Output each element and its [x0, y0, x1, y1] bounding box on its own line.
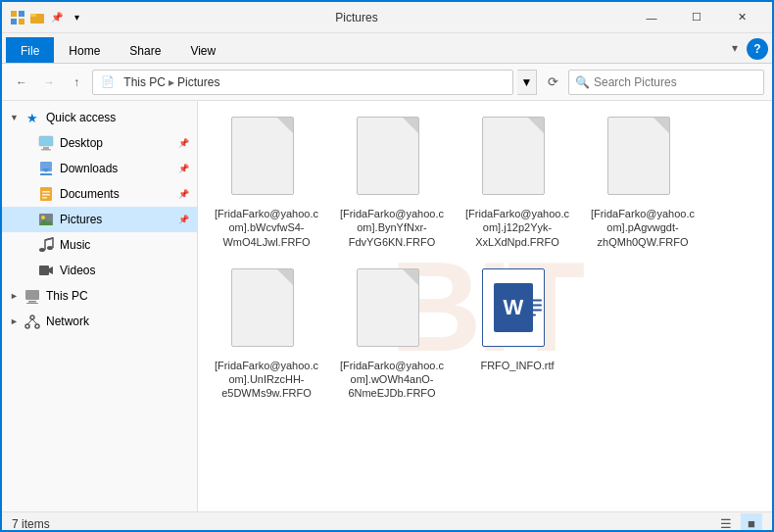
ribbon-tab-list: File Home Share View ▾ ?	[2, 33, 772, 63]
file-item-2[interactable]: [FridaFarko@yahoo.com].BynYfNxr-FdvYG6KN…	[333, 111, 451, 255]
sidebar-item-music[interactable]: Music	[2, 232, 197, 258]
path-pictures: Pictures	[177, 75, 219, 89]
pictures-label: Pictures	[60, 213, 175, 226]
file-name-4: [FridaFarko@yahoo.com].pAgvwgdt-zhQMh0QW…	[590, 207, 696, 249]
path-segment-pc: 📄	[101, 75, 115, 88]
downloads-pin: 📌	[178, 164, 189, 173]
tab-view[interactable]: View	[175, 37, 230, 63]
tab-home[interactable]: Home	[54, 37, 115, 63]
svg-rect-8	[41, 149, 51, 151]
word-lines	[526, 299, 542, 315]
music-icon	[37, 236, 55, 254]
ribbon-expand-btn[interactable]: ▾	[723, 36, 747, 60]
ribbon: File Home Share View ▾ ?	[2, 33, 772, 64]
svg-rect-14	[42, 194, 50, 196]
svg-line-31	[32, 319, 37, 324]
sidebar-item-documents[interactable]: Documents 📌	[2, 181, 197, 207]
title-bar-app-icons: 📌 ▾	[10, 10, 84, 25]
videos-label: Videos	[60, 264, 189, 277]
search-input[interactable]	[594, 75, 757, 89]
file-name-5: [FridaFarko@yahoo.com].UnIRzcHH-e5DWMs9w…	[214, 359, 319, 401]
network-label: Network	[46, 314, 189, 328]
item-count: 7 items	[12, 517, 50, 531]
sidebar-item-this-pc[interactable]: ► This PC	[2, 283, 197, 309]
maximize-button[interactable]: ☐	[674, 2, 719, 33]
svg-point-29	[35, 324, 39, 328]
file-icon-5	[231, 268, 302, 355]
file-item-4[interactable]: [FridaFarko@yahoo.com].pAgvwgdt-zhQMh0QW…	[584, 111, 701, 255]
grid-view-button[interactable]: ■	[741, 513, 762, 533]
sidebar-item-videos[interactable]: Videos	[2, 258, 197, 283]
pictures-icon	[37, 211, 55, 228]
file-icon-3	[482, 117, 553, 203]
main-layout: ▼ ★ Quick access Desktop 📌	[2, 101, 772, 511]
svg-point-17	[41, 216, 45, 219]
music-label: Music	[60, 238, 189, 252]
desktop-icon	[37, 134, 55, 152]
svg-rect-6	[39, 136, 53, 146]
tab-file[interactable]: File	[6, 37, 54, 63]
svg-point-19	[39, 248, 45, 252]
file-item-7[interactable]: W FRFO_INFO.rtf	[459, 263, 576, 407]
downloads-icon	[37, 160, 55, 177]
content-area: BIT [FridaFarko@yahoo.com].bWcvfwS4-WmO4…	[198, 101, 772, 511]
this-pc-icon	[24, 287, 41, 305]
file-item-6[interactable]: [FridaFarko@yahoo.com].wOWh4anO-6NmeEJDb…	[333, 263, 451, 407]
refresh-button[interactable]: ⟳	[541, 71, 564, 94]
sidebar-item-desktop[interactable]: Desktop 📌	[2, 130, 197, 156]
back-button[interactable]: ←	[10, 71, 33, 94]
window-title: Pictures	[84, 11, 629, 24]
file-grid: [FridaFarko@yahoo.com].bWcvfwS4-WmO4LJwl…	[198, 101, 772, 416]
title-bar: 📌 ▾ Pictures — ☐ ✕	[2, 2, 772, 33]
up-button[interactable]: ↑	[65, 71, 88, 94]
minimize-button[interactable]: —	[629, 2, 674, 33]
status-bar: 7 items ☰ ■	[2, 511, 772, 532]
documents-icon	[37, 185, 55, 203]
file-name-6: [FridaFarko@yahoo.com].wOWh4anO-6NmeEJDb…	[339, 359, 445, 401]
file-item-1[interactable]: [FridaFarko@yahoo.com].bWcvfwS4-WmO4LJwl…	[208, 111, 325, 255]
documents-label: Documents	[60, 187, 175, 201]
svg-point-27	[30, 315, 34, 319]
sidebar-quick-access[interactable]: ▼ ★ Quick access	[2, 105, 197, 130]
file-item-3[interactable]: [FridaFarko@yahoo.com].j12p2Yyk-XxLXdNpd…	[459, 111, 576, 255]
sidebar-item-downloads[interactable]: Downloads 📌	[2, 156, 197, 181]
file-icon-2	[357, 117, 427, 203]
documents-pin: 📌	[178, 189, 189, 199]
svg-marker-23	[49, 266, 53, 274]
expand-arrow-quick-access: ▼	[10, 113, 20, 122]
svg-rect-22	[39, 266, 49, 275]
window-controls: — ☐ ✕	[629, 2, 764, 33]
svg-rect-15	[42, 197, 47, 199]
address-bar: ← → ↑ 📄 This PC ▸ Pictures ▼ ⟳ 🔍	[2, 64, 772, 101]
svg-rect-11	[40, 173, 52, 175]
file-icon-4	[607, 117, 678, 203]
dropdown-icon[interactable]: ▾	[69, 10, 84, 25]
help-btn[interactable]: ?	[747, 38, 768, 60]
sidebar-item-network[interactable]: ► Network	[2, 309, 197, 334]
svg-point-28	[25, 324, 29, 328]
svg-rect-7	[43, 147, 49, 149]
sidebar-item-pictures[interactable]: Pictures 📌	[2, 207, 197, 232]
file-icon-7: W	[482, 268, 553, 355]
list-view-button[interactable]: ☰	[715, 513, 737, 533]
expand-arrow-this-pc: ►	[10, 291, 20, 301]
videos-icon	[37, 262, 55, 279]
svg-rect-5	[30, 14, 36, 17]
file-name-3: [FridaFarko@yahoo.com].j12p2Yyk-XxLXdNpd…	[464, 207, 570, 249]
pin-icon: 📌	[49, 10, 65, 25]
close-button[interactable]: ✕	[719, 2, 764, 33]
svg-line-21	[45, 238, 53, 240]
address-path[interactable]: 📄 This PC ▸ Pictures	[92, 70, 513, 95]
file-icon-1	[231, 117, 302, 203]
search-box: 🔍	[568, 70, 764, 95]
status-bar-view-controls: ☰ ■	[715, 513, 762, 533]
tab-share[interactable]: Share	[115, 37, 175, 63]
this-pc-label: This PC	[46, 289, 189, 303]
forward-button[interactable]: →	[37, 71, 61, 94]
address-dropdown[interactable]: ▼	[517, 70, 537, 95]
star-icon: ★	[24, 109, 41, 126]
downloads-label: Downloads	[60, 162, 175, 175]
svg-line-30	[27, 319, 32, 324]
file-item-5[interactable]: [FridaFarko@yahoo.com].UnIRzcHH-e5DWMs9w…	[208, 263, 325, 407]
expand-arrow-network: ►	[10, 316, 20, 326]
